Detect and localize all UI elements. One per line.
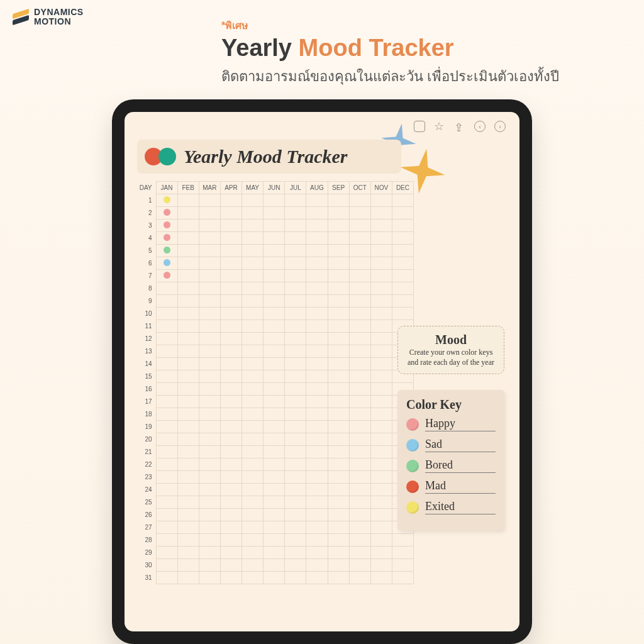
grid-cell[interactable]	[349, 496, 370, 509]
grid-cell[interactable]	[370, 433, 392, 446]
grid-cell[interactable]	[392, 559, 413, 572]
grid-cell[interactable]	[242, 547, 264, 559]
grid-cell[interactable]	[242, 295, 264, 308]
grid-cell[interactable]	[328, 333, 349, 345]
grid-cell[interactable]	[349, 433, 370, 446]
grid-cell[interactable]	[177, 433, 199, 446]
grid-cell[interactable]	[156, 245, 177, 257]
grid-cell[interactable]	[220, 320, 242, 333]
grid-cell[interactable]	[199, 232, 220, 245]
grid-cell[interactable]	[328, 358, 349, 370]
grid-cell[interactable]	[392, 219, 413, 232]
grid-cell[interactable]	[156, 320, 177, 333]
grid-cell[interactable]	[199, 446, 220, 458]
grid-cell[interactable]	[220, 471, 242, 484]
grid-cell[interactable]	[264, 446, 285, 458]
grid-cell[interactable]	[156, 282, 177, 295]
grid-cell[interactable]	[306, 194, 328, 207]
grid-cell[interactable]	[177, 408, 199, 421]
grid-cell[interactable]	[177, 383, 199, 396]
grid-cell[interactable]	[306, 458, 328, 471]
grid-cell[interactable]	[220, 383, 242, 396]
grid-cell[interactable]	[285, 446, 306, 458]
grid-cell[interactable]	[220, 333, 242, 345]
grid-cell[interactable]	[177, 232, 199, 245]
grid-cell[interactable]	[349, 345, 370, 358]
grid-cell[interactable]	[285, 345, 306, 358]
grid-cell[interactable]	[328, 496, 349, 509]
grid-cell[interactable]	[242, 345, 264, 358]
grid-cell[interactable]	[306, 232, 328, 245]
grid-cell[interactable]	[306, 484, 328, 496]
grid-cell[interactable]	[264, 534, 285, 547]
grid-cell[interactable]	[242, 257, 264, 270]
grid-cell[interactable]	[177, 496, 199, 509]
grid-cell[interactable]	[370, 194, 392, 207]
grid-cell[interactable]	[285, 245, 306, 257]
grid-cell[interactable]	[177, 509, 199, 521]
grid-cell[interactable]	[220, 572, 242, 584]
grid-cell[interactable]	[177, 270, 199, 282]
grid-cell[interactable]	[328, 509, 349, 521]
grid-cell[interactable]	[156, 559, 177, 572]
grid-cell[interactable]	[220, 396, 242, 408]
grid-cell[interactable]	[177, 245, 199, 257]
grid-cell[interactable]	[264, 207, 285, 219]
grid-cell[interactable]	[156, 333, 177, 345]
grid-cell[interactable]	[220, 358, 242, 370]
grid-cell[interactable]	[264, 484, 285, 496]
grid-cell[interactable]	[156, 509, 177, 521]
grid-cell[interactable]	[199, 496, 220, 509]
grid-cell[interactable]	[220, 308, 242, 320]
grid-cell[interactable]	[220, 458, 242, 471]
grid-cell[interactable]	[177, 547, 199, 559]
grid-cell[interactable]	[242, 458, 264, 471]
grid-cell[interactable]	[199, 219, 220, 232]
grid-cell[interactable]	[177, 295, 199, 308]
grid-cell[interactable]	[285, 433, 306, 446]
grid-cell[interactable]	[306, 358, 328, 370]
grid-cell[interactable]	[242, 572, 264, 584]
grid-cell[interactable]	[370, 207, 392, 219]
grid-cell[interactable]	[392, 232, 413, 245]
grid-cell[interactable]	[349, 194, 370, 207]
grid-cell[interactable]	[370, 270, 392, 282]
grid-cell[interactable]	[328, 207, 349, 219]
grid-cell[interactable]	[156, 370, 177, 383]
grid-cell[interactable]	[392, 270, 413, 282]
grid-cell[interactable]	[177, 559, 199, 572]
grid-cell[interactable]	[264, 509, 285, 521]
grid-cell[interactable]	[220, 232, 242, 245]
grid-cell[interactable]	[199, 433, 220, 446]
grid-cell[interactable]	[199, 547, 220, 559]
grid-cell[interactable]	[242, 333, 264, 345]
grid-cell[interactable]	[156, 446, 177, 458]
grid-cell[interactable]	[264, 521, 285, 534]
grid-cell[interactable]	[220, 219, 242, 232]
grid-cell[interactable]	[306, 471, 328, 484]
grid-cell[interactable]	[370, 458, 392, 471]
grid-cell[interactable]	[156, 458, 177, 471]
grid-cell[interactable]	[328, 559, 349, 572]
grid-cell[interactable]	[285, 257, 306, 270]
grid-cell[interactable]	[285, 383, 306, 396]
next-button[interactable]: ›	[494, 121, 506, 132]
grid-cell[interactable]	[156, 496, 177, 509]
grid-cell[interactable]	[285, 295, 306, 308]
star-icon[interactable]	[434, 121, 445, 132]
grid-cell[interactable]	[156, 572, 177, 584]
grid-cell[interactable]	[392, 534, 413, 547]
grid-cell[interactable]	[370, 572, 392, 584]
grid-cell[interactable]	[349, 521, 370, 534]
grid-cell[interactable]	[220, 408, 242, 421]
grid-cell[interactable]	[328, 270, 349, 282]
grid-cell[interactable]	[264, 320, 285, 333]
grid-cell[interactable]	[370, 282, 392, 295]
grid-cell[interactable]	[392, 308, 413, 320]
grid-cell[interactable]	[285, 320, 306, 333]
grid-cell[interactable]	[370, 496, 392, 509]
grid-cell[interactable]	[156, 433, 177, 446]
grid-cell[interactable]	[306, 270, 328, 282]
grid-cell[interactable]	[242, 559, 264, 572]
grid-cell[interactable]	[242, 320, 264, 333]
